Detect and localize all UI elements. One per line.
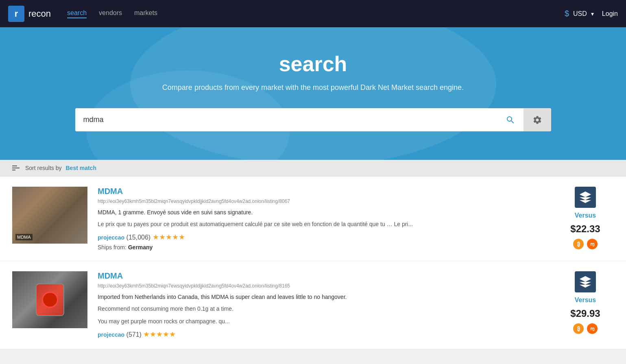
nav-markets-link[interactable]: markets [134, 9, 157, 18]
bitcoin-icon-2: ₿ [573, 323, 584, 334]
result-ships-1: Ships from: Germany [98, 244, 547, 251]
result-desc3-2: You may get purple moon rocks or champag… [98, 317, 547, 326]
table-row: MDMA MDMA http://eoi3ey63kmh5m35bl2miqn7… [0, 177, 626, 261]
gear-icon [532, 115, 542, 125]
vendor-badge-2 [575, 271, 596, 292]
result-price-2: $29.93 [570, 308, 600, 319]
result-url-2: http://eoi3ey63kmh5m35bl2miqn7ewsqyidvpk… [98, 283, 547, 289]
result-vendor-count-2: (571) [127, 331, 142, 338]
monero-icon-1: ɱ [587, 239, 598, 249]
product-image-1: MDMA [12, 187, 87, 244]
sort-value[interactable]: Best match [65, 165, 96, 171]
nav-links: search vendors markets [67, 9, 157, 18]
result-title-1[interactable]: MDMA [98, 187, 547, 196]
search-input[interactable] [75, 108, 497, 131]
sort-bar: Sort results by Best match [0, 160, 626, 177]
bitcoin-icon-1: ₿ [573, 239, 584, 249]
hero-title: search [8, 52, 618, 76]
result-desc2-1: Le prix que tu payes pour ce produit est… [98, 220, 547, 229]
search-bar-wrapper [75, 108, 551, 131]
vendor-badge-1 [575, 187, 596, 208]
product-image-2 [12, 271, 87, 328]
result-stars-1: ★★★★★ [153, 233, 185, 241]
result-desc2-2: Recommend not consuming more then 0.1g a… [98, 305, 547, 313]
nav-right: $ USD ▾ Login [565, 9, 618, 18]
sort-label: Sort results by [25, 165, 61, 171]
result-vendor-1[interactable]: projeccao [98, 234, 124, 241]
result-desc1-1: MDMA, 1 gramme. Envoyé sous vide en suiv… [98, 208, 547, 217]
result-meta-1: Versus $22.33 ₿ ɱ [557, 187, 614, 249]
nav-vendors-link[interactable]: vendors [99, 9, 122, 18]
table-row: MDMA http://eoi3ey63kmh5m35bl2miqn7ewsqy… [0, 261, 626, 349]
result-title-2[interactable]: MDMA [98, 271, 547, 281]
result-ships-from-1: Germany [128, 244, 153, 251]
currency-icon: $ [565, 9, 569, 18]
currency-label: USD [573, 10, 587, 17]
result-vendor-count-1: (15,006) [127, 234, 151, 241]
logo-icon: r [8, 6, 24, 22]
versus-logo-icon-1 [578, 190, 592, 204]
hero-subtitle: Compare products from every market with … [8, 83, 618, 92]
crypto-icons-1: ₿ ɱ [573, 239, 598, 249]
result-desc1-2: Imported from Netherlands into Canada, t… [98, 293, 547, 301]
nav-search-link[interactable]: search [67, 9, 87, 18]
result-price-1: $22.33 [570, 223, 600, 235]
result-content-1: MDMA http://eoi3ey63kmh5m35bl2miqn7ewsqy… [98, 187, 547, 251]
versus-logo-icon-2 [578, 275, 592, 289]
navbar: r recon search vendors markets $ USD ▾ L… [0, 0, 626, 27]
result-meta-2: Versus $29.93 ₿ ɱ [557, 271, 614, 334]
result-market-2[interactable]: Versus [575, 296, 596, 304]
hero-section: search Compare products from every marke… [0, 27, 626, 160]
currency-dropdown[interactable]: ▾ [591, 11, 594, 17]
sort-icon [12, 166, 20, 170]
result-content-2: MDMA http://eoi3ey63kmh5m35bl2miqn7ewsqy… [98, 271, 547, 339]
result-stars-2: ★★★★★ [143, 330, 176, 338]
settings-button[interactable] [523, 108, 551, 131]
results-list: MDMA MDMA http://eoi3ey63kmh5m35bl2miqn7… [0, 177, 626, 349]
logo-link[interactable]: r recon [8, 6, 51, 22]
result-url-1: http://eoi3ey63kmh5m35bl2miqn7ewsqyidvpk… [98, 198, 547, 204]
logo-text: recon [28, 9, 51, 19]
product-image-label: MDMA [15, 234, 33, 240]
search-button[interactable] [497, 108, 523, 131]
result-market-1[interactable]: Versus [575, 212, 596, 219]
crypto-icons-2: ₿ ɱ [573, 323, 598, 334]
search-icon [506, 115, 515, 125]
result-vendor-2[interactable]: projeccao [98, 331, 124, 338]
login-link[interactable]: Login [602, 10, 618, 17]
monero-icon-2: ɱ [587, 323, 598, 334]
search-bar [75, 108, 551, 131]
